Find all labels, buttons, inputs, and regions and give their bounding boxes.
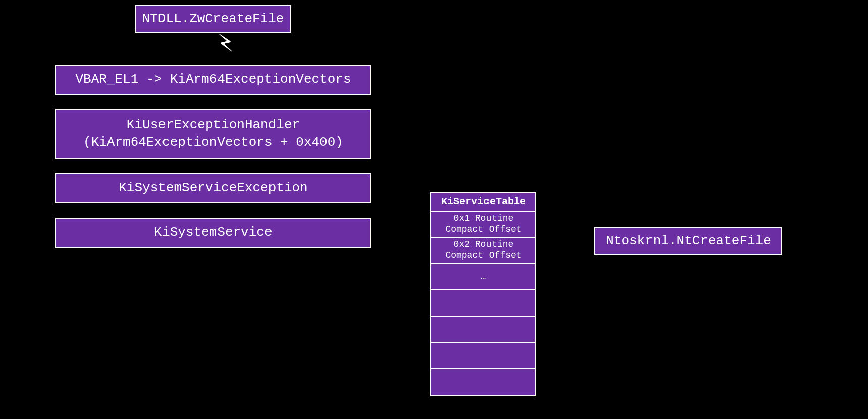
table-cell: 0x2 Routine Compact Offset [445,239,521,261]
kiss-box: KiSystemService [55,218,371,248]
kiuser-line1: KiUserExceptionHandler [127,116,300,134]
table-cell: … [481,271,486,282]
table-header: KiServiceTable [431,193,535,212]
lightning-bolt-icon: ⚡ [217,30,234,59]
kiuser-box: KiUserExceptionHandler (KiArm64Exception… [55,109,371,159]
table-row [431,369,535,395]
table-row: 0x1 Routine Compact Offset [431,212,535,238]
table-row: … [431,264,535,290]
table-header-label: KiServiceTable [441,196,526,207]
table-row [431,343,535,369]
ntoskrnl-label: Ntoskrnl.NtCreateFile [606,232,771,250]
kiservicetable: KiServiceTable 0x1 Routine Compact Offse… [430,192,536,396]
kisse-box: KiSystemServiceException [55,173,371,203]
ntdll-box: NTDLL.ZwCreateFile [135,5,291,33]
table-row [431,290,535,317]
vbar-box: VBAR_EL1 -> KiArm64ExceptionVectors [55,65,371,95]
kiuser-line2: (KiArm64ExceptionVectors + 0x400) [83,134,343,151]
vbar-label: VBAR_EL1 -> KiArm64ExceptionVectors [75,71,351,88]
kiss-label: KiSystemService [154,224,272,241]
bolt-glyph: ⚡ [217,28,234,61]
ntdll-label: NTDLL.ZwCreateFile [142,10,284,28]
table-row [431,317,535,343]
table-row: 0x2 Routine Compact Offset [431,238,535,264]
ntoskrnl-box: Ntoskrnl.NtCreateFile [594,227,782,255]
kisse-label: KiSystemServiceException [119,179,307,197]
table-cell: 0x1 Routine Compact Offset [445,213,521,235]
